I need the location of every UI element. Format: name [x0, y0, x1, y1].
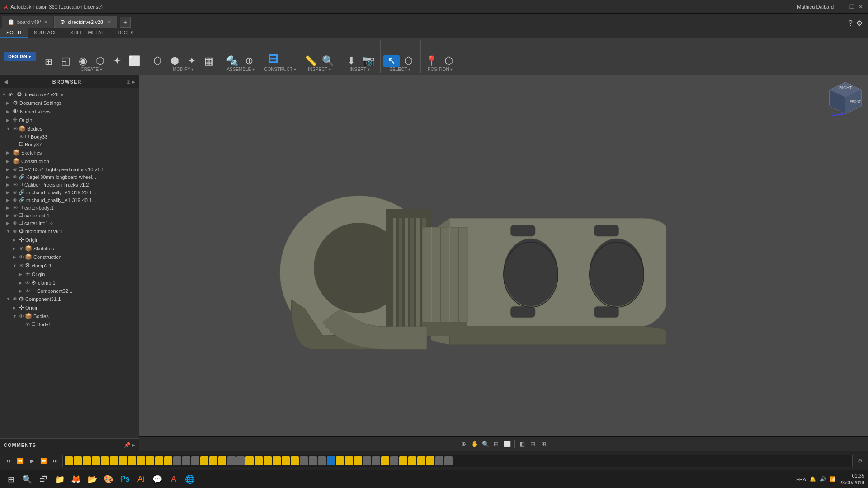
timeline-item-38[interactable] — [399, 456, 407, 465]
pan-button[interactable]: ✋ — [470, 439, 480, 449]
orbit-button[interactable]: ⊕ — [459, 439, 469, 449]
browser-collapse-arrow[interactable]: ◀ — [4, 79, 8, 85]
create-new-component-button[interactable]: ⊞ — [40, 56, 57, 67]
timeline-item-35[interactable] — [372, 456, 380, 465]
modify-shell-button[interactable]: ▦ — [201, 55, 217, 67]
tree-origin[interactable]: ▶ ✛ Origin — [0, 116, 139, 124]
tab-board[interactable]: 📋 board v49* ✕ — [2, 16, 53, 28]
tab-board-close[interactable]: ✕ — [44, 19, 47, 24]
tree-bodies[interactable]: ▼ 👁 📦 Bodies — [0, 124, 139, 133]
tree-named-views[interactable]: ▶ 👁 Named Views — [0, 107, 139, 116]
create-revolve-button[interactable]: ◉ — [75, 55, 91, 67]
view-cube[interactable]: RIGHT FRONT Z — [827, 80, 863, 116]
timeline-item-6[interactable] — [110, 456, 118, 465]
timeline-item-11[interactable] — [155, 456, 163, 465]
chrome-button[interactable]: 🌐 — [183, 472, 197, 487]
paint-button[interactable]: 🎨 — [101, 472, 116, 487]
tree-component31-bodies[interactable]: ▼ 👁 📦 Bodies — [0, 312, 139, 320]
timeline-item-25[interactable] — [282, 456, 290, 465]
comments-expand-icon[interactable]: ▸ — [132, 442, 135, 448]
timeline-track[interactable] — [62, 455, 853, 467]
timeline-item-40[interactable] — [417, 456, 425, 465]
timeline-item-31[interactable] — [336, 456, 344, 465]
timeline-item-41[interactable] — [426, 456, 434, 465]
modify-chamfer-button[interactable]: ✦ — [184, 55, 200, 67]
tree-body1[interactable]: ▶ 👁 ☐ Body1 — [0, 320, 139, 328]
timeline-prev-button[interactable]: ⏪ — [15, 456, 24, 465]
tree-component31[interactable]: ▼ 👁 ⚙ Component31:1 — [0, 295, 139, 303]
photoshop-button[interactable]: Ps — [118, 472, 132, 487]
tree-kegel[interactable]: ▶ 👁 🔗 Kegel 80mm longboard wheel... — [0, 173, 139, 181]
timeline-item-9[interactable] — [137, 456, 145, 465]
assemble-joint-origin-button[interactable]: ⊕ — [241, 55, 257, 67]
timeline-item-23[interactable] — [264, 456, 272, 465]
new-tab-button[interactable]: + — [120, 17, 131, 28]
timeline-item-18[interactable] — [218, 456, 226, 465]
timeline-item-37[interactable] — [390, 456, 398, 465]
timeline-item-10[interactable] — [146, 456, 154, 465]
modify-press-pull-button[interactable]: ⬡ — [149, 55, 165, 67]
timeline-item-4[interactable] — [92, 456, 100, 465]
start-button[interactable]: ⊞ — [4, 472, 18, 487]
tree-root[interactable]: ▼ 👁 ⚙ directdrive2 v28 ● — [0, 90, 139, 99]
fusion360-button[interactable]: A — [166, 472, 181, 487]
tree-fm6354[interactable]: ▶ 👁 ☐ FM 6354 Lightspeed motor v10 v1:1 — [0, 165, 139, 173]
timeline-item-17[interactable] — [209, 456, 217, 465]
timeline-end-button[interactable]: ⏭ — [51, 456, 60, 465]
firefox-button[interactable]: 🦊 — [69, 472, 83, 487]
timeline-item-42[interactable] — [435, 456, 443, 465]
timeline-item-39[interactable] — [408, 456, 416, 465]
timeline-item-34[interactable] — [363, 456, 371, 465]
task-view-button[interactable]: 🗗 — [36, 472, 51, 487]
tab-directdrive2[interactable]: ⚙ directdrive2 v28* ✕ — [54, 16, 117, 28]
timeline-item-20[interactable] — [236, 456, 245, 465]
timeline-item-24[interactable] — [273, 456, 281, 465]
position-align-button[interactable]: ⬡ — [441, 55, 457, 67]
timeline-item-26[interactable] — [291, 456, 299, 465]
select-window-button[interactable]: ⬡ — [401, 55, 417, 67]
insert-insert-button[interactable]: ⬇ — [343, 55, 359, 67]
select-button[interactable]: ↖ — [383, 55, 400, 67]
tree-carter-body[interactable]: ▶ 👁 ☐ carter-body:1 — [0, 204, 139, 211]
timeline-settings-button[interactable]: ⚙ — [855, 456, 864, 465]
timeline-item-27[interactable] — [300, 456, 308, 465]
timeline-item-5[interactable] — [101, 456, 109, 465]
settings-icon[interactable]: ⚙ — [856, 19, 863, 28]
timeline-item-28[interactable] — [309, 456, 317, 465]
tree-clamp1[interactable]: ▶ 👁 ⚙ clamp:1 — [0, 278, 139, 287]
help-icon[interactable]: ? — [849, 19, 853, 28]
tree-carter-int[interactable]: ▶ 👁 ☐ carter-int:1 ○ — [0, 219, 139, 227]
tree-motormount-construction[interactable]: ▶ 👁 📦 Construction — [0, 253, 139, 261]
tree-sketches[interactable]: ▶ 📦 Sketches — [0, 148, 139, 157]
browser-expand-icon[interactable]: ⊞ — [126, 79, 131, 85]
viewport[interactable]: RIGHT FRONT Z ⊕ ✋ 🔍 ⊞ ⬜ ◧ ⊟ ⊞ — [139, 75, 868, 451]
modify-fillet-button[interactable]: ⬢ — [166, 55, 183, 67]
timeline-item-32[interactable] — [345, 456, 353, 465]
timeline-item-13[interactable] — [173, 456, 181, 465]
tree-motormount-origin[interactable]: ▶ ✛ Origin — [0, 235, 139, 244]
ribbon-tab-surface[interactable]: SURFACE — [28, 28, 64, 38]
fit-button[interactable]: ⬜ — [502, 439, 512, 449]
timeline-item-14[interactable] — [182, 456, 190, 465]
timeline-play-button[interactable]: ▶ — [27, 456, 36, 465]
tree-clamp2[interactable]: ▼ 👁 ⚙ clamp2:1 — [0, 261, 139, 270]
tree-caliber[interactable]: ▶ 👁 ☐ Caliber Precision Trucks v1:2 — [0, 181, 139, 188]
tree-michaud2[interactable]: ▶ 👁 🔗 michaud_chailly_A1-319-40-1... — [0, 196, 139, 204]
timeline-start-button[interactable]: ⏮ — [4, 456, 13, 465]
timeline-next-button[interactable]: ⏩ — [39, 456, 48, 465]
root-options-icon[interactable]: ● — [61, 92, 64, 97]
timeline-item-19[interactable] — [227, 456, 236, 465]
timeline-item-2[interactable] — [74, 456, 82, 465]
timeline-item-36[interactable] — [381, 456, 389, 465]
discord-button[interactable]: 💬 — [150, 472, 165, 487]
timeline-item-43[interactable] — [444, 456, 453, 465]
assemble-joint-button[interactable]: 🔩 — [224, 55, 240, 67]
ribbon-tab-tools[interactable]: TOOLS — [110, 28, 140, 38]
timeline-item-15[interactable] — [191, 456, 199, 465]
minimize-button[interactable]: — — [839, 3, 846, 10]
tree-component32[interactable]: ▶ 👁 ☐ Component32:1 — [0, 287, 139, 295]
visual-style-button[interactable]: ⊟ — [528, 439, 538, 449]
tree-michaud1[interactable]: ▶ 👁 🔗 michaud_chailly_A1-319-20-1... — [0, 188, 139, 196]
timeline-item-3[interactable] — [83, 456, 91, 465]
inspect-zebra-button[interactable]: 🔍 — [320, 55, 336, 67]
